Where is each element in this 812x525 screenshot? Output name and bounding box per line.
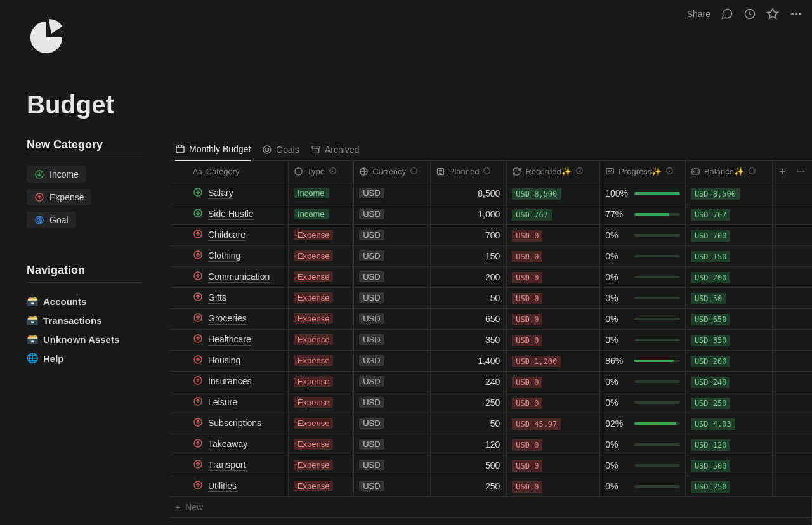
nav-transactions[interactable]: 🗃️ Transactions — [27, 311, 170, 330]
progress-bar — [634, 464, 680, 467]
navigation-heading: Navigation — [27, 264, 142, 283]
planned-value: 1,000 — [430, 204, 507, 224]
info-icon — [748, 167, 756, 177]
col-recorded[interactable]: Recorded✨ — [507, 161, 600, 183]
category-name: Insurances — [208, 376, 251, 387]
nav-help-label: Help — [43, 353, 64, 364]
recorded-tag: USD 767 — [512, 209, 552, 221]
recorded-tag: USD 8,500 — [512, 188, 561, 200]
col-category-label: Category — [206, 167, 240, 176]
more-icon[interactable] — [789, 8, 803, 20]
tab-goals-label: Goals — [276, 145, 299, 155]
more-icon[interactable] — [795, 167, 806, 176]
new-expense-button[interactable]: Expense — [27, 189, 91, 205]
new-row-button[interactable]: +New — [170, 496, 812, 517]
recorded-tag: USD 0 — [512, 439, 542, 451]
share-button[interactable]: Share — [687, 9, 710, 19]
progress-label: 0% — [605, 481, 629, 491]
balance-tag: USD 500 — [691, 460, 731, 472]
nav-transactions-label: Transactions — [43, 315, 102, 326]
col-category[interactable]: Aa Category — [170, 161, 288, 183]
progress-bar — [634, 401, 680, 404]
col-balance-label: Balance✨ — [704, 167, 744, 176]
nav-accounts[interactable]: 🗃️ Accounts — [27, 292, 170, 311]
nav-accounts-label: Accounts — [43, 296, 86, 307]
arrow-up-circle-icon — [34, 192, 44, 202]
progress-bar — [634, 213, 680, 216]
new-goal-button[interactable]: Goal — [27, 212, 76, 228]
table-row[interactable]: HealthcareExpenseUSD350USD 00%USD 350 — [170, 329, 812, 350]
table-row[interactable]: Side HustleIncomeUSD1,000USD 76777%USD 7… — [170, 204, 812, 224]
table-row[interactable]: GiftsExpenseUSD50USD 00%USD 50 — [170, 287, 812, 308]
type-tag: Expense — [294, 230, 334, 240]
star-icon[interactable] — [766, 8, 779, 20]
nav-unknown-assets[interactable]: 🗃️ Unknown Assets — [27, 330, 170, 349]
arrow-up-circle-icon — [193, 334, 203, 346]
svg-point-24 — [693, 171, 695, 173]
currency-tag: USD — [359, 313, 384, 324]
table-row[interactable]: HousingExpenseUSD1,400USD 1,20086%USD 20… — [170, 350, 812, 371]
col-currency[interactable]: Currency — [354, 161, 431, 183]
currency-tag: USD — [359, 292, 384, 303]
arrow-up-circle-icon — [193, 313, 203, 325]
progress-label: 0% — [605, 293, 629, 303]
target-icon — [34, 215, 44, 225]
category-name: Housing — [208, 355, 240, 366]
table-row[interactable]: InsurancesExpenseUSD240USD 00%USD 240 — [170, 371, 812, 392]
col-type[interactable]: Type — [288, 161, 353, 183]
table-row[interactable]: ChildcareExpenseUSD700USD 00%USD 700 — [170, 224, 812, 245]
svg-point-2 — [796, 13, 797, 15]
planned-value: 120 — [430, 434, 507, 455]
balance-tag: USD 150 — [691, 251, 731, 262]
tab-goals[interactable]: Goals — [262, 138, 299, 160]
info-icon — [329, 167, 337, 177]
arrow-up-circle-icon — [193, 271, 203, 283]
refresh-icon — [512, 167, 521, 176]
table-row[interactable]: ClothingExpenseUSD150USD 00%USD 150 — [170, 245, 812, 266]
category-name: Communication — [208, 271, 270, 283]
arrow-up-circle-icon — [193, 438, 203, 450]
currency-tag: USD — [359, 188, 384, 198]
svg-rect-10 — [176, 146, 184, 153]
table-row[interactable]: LeisureExpenseUSD250USD 00%USD 250 — [170, 392, 812, 413]
table-row[interactable]: SubscriptionsExpenseUSD50USD 45.9792%USD… — [170, 413, 812, 434]
svg-point-26 — [797, 171, 798, 172]
recorded-tag: USD 0 — [512, 272, 542, 283]
table-row[interactable]: GroceriesExpenseUSD650USD 00%USD 650 — [170, 308, 812, 329]
col-balance[interactable]: Balance✨ — [685, 161, 772, 183]
plus-icon[interactable] — [778, 167, 787, 176]
nav-help[interactable]: 🌐 Help — [27, 349, 170, 368]
id-icon — [691, 167, 700, 176]
table-row[interactable]: SalaryIncomeUSD8,500USD 8,500100%USD 8,5… — [170, 183, 812, 204]
table-row[interactable]: CommunicationExpenseUSD200USD 00%USD 200 — [170, 266, 812, 287]
new-income-button[interactable]: Income — [27, 166, 86, 183]
tab-archived[interactable]: Archived — [311, 138, 359, 160]
planned-value: 250 — [430, 392, 507, 413]
table-row[interactable]: TakeawayExpenseUSD120USD 00%USD 120 — [170, 434, 812, 455]
col-planned[interactable]: Planned — [430, 161, 507, 183]
page-title: Budget — [27, 91, 812, 119]
comments-icon[interactable] — [721, 8, 733, 20]
balance-tag: USD 250 — [691, 481, 731, 493]
progress-label: 0% — [605, 377, 629, 387]
recorded-tag: USD 0 — [512, 314, 542, 325]
progress-bar — [634, 443, 680, 446]
col-progress[interactable]: Progress✨ — [600, 161, 686, 183]
svg-point-14 — [295, 168, 302, 175]
recorded-tag: USD 0 — [512, 335, 542, 346]
currency-tag: USD — [359, 271, 384, 282]
table-row[interactable]: TransportExpenseUSD500USD 00%USD 500 — [170, 455, 812, 476]
clock-icon[interactable] — [743, 8, 756, 20]
col-add[interactable] — [772, 161, 811, 183]
type-tag: Expense — [294, 250, 334, 261]
svg-point-11 — [263, 146, 271, 153]
tab-monthly-budget[interactable]: Monthly Budget — [175, 139, 251, 161]
new-income-label: Income — [49, 169, 79, 179]
recorded-tag: USD 45.97 — [512, 418, 561, 430]
arrow-up-circle-icon — [193, 250, 203, 262]
balance-tag: USD 240 — [691, 377, 731, 388]
table-row[interactable]: UtilitiesExpenseUSD250USD 00%USD 250 — [170, 476, 812, 496]
balance-tag: USD 50 — [691, 293, 726, 304]
type-tag: Expense — [294, 481, 334, 491]
col-currency-label: Currency — [372, 167, 406, 176]
